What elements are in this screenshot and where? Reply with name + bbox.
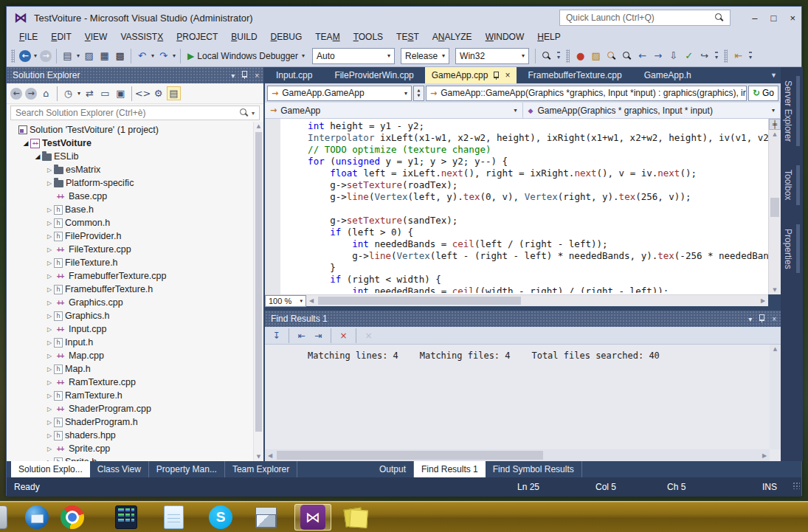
- tree-expander-icon[interactable]: ▷: [45, 167, 54, 173]
- taskbar-partial-app-icon[interactable]: [0, 504, 9, 531]
- scroll-up-icon[interactable]: ▲: [770, 346, 781, 352]
- va-go-button[interactable]: ↻ Go: [748, 86, 778, 101]
- tree-item[interactable]: ▷hMap.h: [7, 362, 253, 376]
- se-sync-with-active-document-icon[interactable]: ⇄: [83, 86, 97, 100]
- se-properties-icon[interactable]: ⚙: [151, 86, 165, 100]
- scrollbar-thumb[interactable]: [277, 451, 543, 460]
- panel-tab-output[interactable]: Output: [372, 461, 414, 477]
- va-refactor-icon[interactable]: ↪: [697, 49, 711, 63]
- close-icon[interactable]: ×: [772, 315, 776, 323]
- taskbar-skype-icon[interactable]: S: [207, 504, 235, 531]
- menu-item-analyze[interactable]: ANALYZE: [426, 29, 479, 45]
- doc-tab-framebuffertexture-cpp[interactable]: FramebufferTexture.cpp: [517, 67, 632, 83]
- tree-expander-icon[interactable]: ▷: [45, 286, 54, 293]
- menu-item-tools[interactable]: TOOLS: [347, 29, 390, 45]
- title-bar[interactable]: ⋈ TestVoiture - Microsoft Visual Studio …: [7, 7, 801, 29]
- scrollbar-thumb[interactable]: [255, 132, 262, 432]
- solution-explorer-title-bar[interactable]: Solution Explorer ▾ ×: [7, 67, 263, 83]
- tree-item[interactable]: Solution 'TestVoiture' (1 project): [7, 123, 253, 137]
- panel-tab-team-explorer[interactable]: Team Explorer: [225, 461, 297, 477]
- tree-item[interactable]: ▷Platform-specific: [7, 176, 253, 190]
- se-forward-icon[interactable]: →: [25, 88, 37, 100]
- scroll-right-icon[interactable]: ▶: [758, 297, 768, 304]
- scroll-left-icon[interactable]: ◀: [306, 297, 317, 304]
- chevron-down-icon[interactable]: ▾: [77, 52, 80, 59]
- tree-expander-icon[interactable]: ▷: [45, 393, 54, 399]
- menu-item-build[interactable]: BUILD: [224, 29, 263, 45]
- tree-item[interactable]: ▷hGraphics.h: [7, 309, 253, 322]
- find-results-vertical-scrollbar[interactable]: ▲: [770, 345, 781, 449]
- panel-tab-class-view[interactable]: Class View: [90, 461, 149, 477]
- toolbar-overflow-icon[interactable]: ▾: [749, 52, 752, 61]
- side-tab-toolbox[interactable]: Toolbox: [783, 161, 793, 209]
- doc-tab-gameapp-cpp[interactable]: GameApp.cpp×: [425, 67, 517, 83]
- va-context-dropdown[interactable]: → GameApp.GameApp ▾: [267, 86, 412, 101]
- tree-item[interactable]: ▷hShaderProgram.h: [7, 415, 253, 429]
- resize-grip[interactable]: [793, 482, 800, 489]
- va-open-file-in-solution-icon[interactable]: ▨: [589, 49, 603, 63]
- taskbar-chrome-icon[interactable]: [58, 504, 86, 531]
- code-editor[interactable]: int height = y1 - y2; Interpolator ixLef…: [265, 119, 768, 294]
- minimize-button[interactable]: –: [752, 13, 757, 24]
- close-icon[interactable]: ×: [505, 71, 510, 80]
- fr-previous-location-icon[interactable]: ⇤: [294, 328, 308, 342]
- chevron-down-icon[interactable]: ▾: [151, 52, 154, 59]
- toolbar-overflow-icon[interactable]: ▾: [557, 52, 560, 61]
- scroll-left-icon[interactable]: ◀: [265, 452, 275, 459]
- tree-item[interactable]: ++Base.cpp: [7, 190, 253, 203]
- chevron-down-icon[interactable]: ▾: [173, 52, 176, 59]
- va-spell-check-icon[interactable]: ✓: [682, 49, 696, 63]
- fr-delete-icon[interactable]: ×: [362, 328, 376, 342]
- chevron-down-icon[interactable]: ▾: [77, 90, 80, 97]
- va-definition-dropdown[interactable]: → GameApp::GameApp(Graphics *graphics, I…: [426, 86, 747, 101]
- va-navigate-forward-icon[interactable]: →: [651, 49, 665, 63]
- editor-margin[interactable]: [265, 119, 280, 294]
- se-pending-changes-filter-icon[interactable]: ◷: [61, 86, 75, 100]
- fr-goto-location-icon[interactable]: ↧: [269, 328, 283, 342]
- tree-item[interactable]: ▷hCommon.h: [7, 216, 253, 229]
- tree-expander-icon[interactable]: ▷: [45, 273, 54, 280]
- side-tab-properties[interactable]: Properties: [783, 220, 793, 278]
- scrollbar-thumb[interactable]: [770, 198, 779, 217]
- menu-item-file[interactable]: FILE: [13, 29, 44, 45]
- scrollbar-track[interactable]: [275, 449, 759, 461]
- doc-tab-input-cpp[interactable]: Input.cpp: [265, 67, 323, 83]
- doc-tab-gameapp-h[interactable]: GameApp.h: [633, 67, 702, 83]
- tree-expander-icon[interactable]: ▷: [45, 260, 54, 266]
- tree-expander-icon[interactable]: ◢: [33, 153, 42, 160]
- navigate-forward-icon[interactable]: →: [40, 50, 52, 62]
- pin-icon[interactable]: [493, 72, 500, 80]
- find-results-output[interactable]: Matching lines: 4 Matching files: 4 Tota…: [265, 345, 770, 449]
- quick-launch-box[interactable]: Quick Launch (Ctrl+Q): [559, 10, 731, 26]
- tree-expander-icon[interactable]: ▷: [45, 446, 54, 452]
- fr-clear-all-icon[interactable]: ×: [336, 328, 351, 342]
- tree-item[interactable]: ▷++FileTexture.cpp: [7, 243, 253, 256]
- tree-expander-icon[interactable]: ▷: [45, 353, 54, 359]
- window-position-menu-icon[interactable]: ▾: [231, 72, 235, 80]
- taskbar-sticky-notes-icon[interactable]: [341, 504, 369, 531]
- va-spinner[interactable]: ▲▼: [413, 86, 424, 101]
- menu-item-view[interactable]: VIEW: [78, 29, 114, 45]
- tree-item[interactable]: ▷hFileProvider.h: [7, 229, 253, 243]
- tree-expander-icon[interactable]: ◢: [21, 139, 30, 147]
- menu-item-edit[interactable]: EDIT: [44, 29, 77, 45]
- panel-tab-find-results-1[interactable]: Find Results 1: [414, 461, 486, 477]
- taskbar-thunderbird-icon[interactable]: [23, 504, 51, 531]
- tree-item[interactable]: ▷++Graphics.cpp: [7, 296, 253, 309]
- tree-item[interactable]: ▷hshaders.hpp: [7, 429, 253, 442]
- pin-icon[interactable]: [759, 314, 765, 323]
- menu-item-vassistx[interactable]: VASSISTX: [114, 29, 170, 45]
- splitter-handle[interactable]: ╪: [769, 119, 781, 130]
- close-icon[interactable]: ×: [255, 72, 259, 80]
- doc-tab-fileproviderwin-cpp[interactable]: FileProviderWin.cpp: [323, 67, 424, 83]
- tree-expander-icon[interactable]: ▷: [45, 180, 54, 187]
- solution-tree-scrollbar[interactable]: ▲ ▼: [253, 122, 263, 461]
- tree-expander-icon[interactable]: ▷: [45, 326, 54, 333]
- close-button[interactable]: ×: [790, 13, 795, 24]
- panel-tab-solution-explo-[interactable]: Solution Explo...: [11, 461, 90, 477]
- zoom-level-combo[interactable]: 100 % ▾: [265, 295, 306, 307]
- va-outline-icon[interactable]: ⇤: [731, 49, 745, 63]
- tree-item[interactable]: ▷++Input.cpp: [7, 322, 253, 336]
- open-file-icon[interactable]: ▨: [82, 49, 96, 63]
- tree-expander-icon[interactable]: ▷: [45, 432, 54, 439]
